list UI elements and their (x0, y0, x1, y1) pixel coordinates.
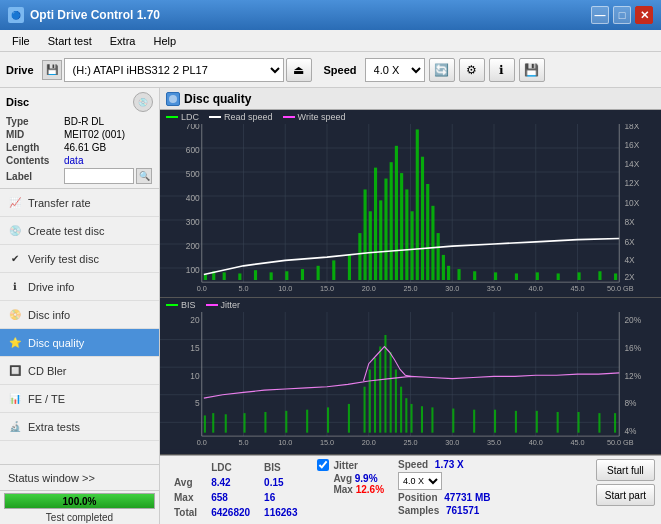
svg-rect-133 (369, 370, 371, 433)
svg-text:200: 200 (186, 241, 200, 251)
jitter-section: Jitter Avg 9.9% Max 12.6% (317, 459, 384, 495)
col-ldc: LDC (205, 461, 256, 474)
start-full-button[interactable]: Start full (596, 459, 655, 481)
menu-extra[interactable]: Extra (102, 33, 144, 49)
nav-extra-tests[interactable]: 🔬 Extra tests (0, 413, 159, 441)
label-icon-button[interactable]: 🔍 (136, 168, 152, 184)
nav-drive-info-label: Drive info (28, 281, 74, 293)
svg-rect-131 (348, 404, 350, 433)
nav-disc-info[interactable]: 📀 Disc info (0, 301, 159, 329)
svg-rect-65 (400, 173, 403, 280)
top-chart-svg: 700 600 500 400 300 200 100 18X 16X 14X … (160, 124, 661, 293)
svg-text:15.0: 15.0 (320, 438, 334, 447)
svg-rect-132 (364, 387, 366, 433)
progress-text: 100.0% (5, 494, 154, 508)
menu-file[interactable]: File (4, 33, 38, 49)
svg-text:25.0: 25.0 (403, 438, 417, 447)
svg-text:20: 20 (190, 315, 199, 325)
app-title: Opti Drive Control 1.70 (30, 8, 160, 22)
svg-text:400: 400 (186, 193, 200, 203)
progress-bar-container: 100.0% (4, 493, 155, 509)
nav-create-test-disc[interactable]: 💿 Create test disc (0, 217, 159, 245)
svg-text:100: 100 (186, 265, 200, 275)
svg-rect-140 (405, 398, 407, 432)
legend-bis-label: BIS (181, 300, 196, 310)
disc-icon-button[interactable]: 💿 (133, 92, 153, 112)
svg-rect-71 (431, 206, 434, 280)
svg-rect-80 (557, 273, 560, 280)
transfer-rate-icon: 📈 (8, 196, 22, 210)
samples-value: 761571 (446, 505, 479, 516)
svg-text:0.0: 0.0 (197, 438, 207, 447)
speed-label: Speed (324, 64, 357, 76)
maximize-button[interactable]: □ (613, 6, 631, 24)
svg-text:25.0: 25.0 (403, 284, 417, 293)
menu-help[interactable]: Help (145, 33, 184, 49)
svg-rect-64 (395, 146, 398, 280)
svg-text:2X: 2X (624, 272, 635, 282)
speed-selector[interactable]: 4.0 X (365, 58, 425, 82)
svg-text:50.0 GB: 50.0 GB (607, 438, 634, 447)
svg-rect-46 (204, 275, 207, 280)
title-bar: 🔵 Opti Drive Control 1.70 — □ ✕ (0, 0, 661, 30)
start-part-button[interactable]: Start part (596, 484, 655, 506)
svg-rect-148 (536, 411, 538, 433)
jitter-checkbox[interactable] (317, 459, 329, 471)
nav-disc-quality[interactable]: ⭐ Disc quality (0, 329, 159, 357)
svg-rect-128 (285, 411, 287, 433)
speed-position-section: Speed 1.73 X 4.0 X Position 47731 MB Sam… (398, 459, 490, 516)
close-button[interactable]: ✕ (635, 6, 653, 24)
settings-button[interactable]: ⚙ (459, 58, 485, 82)
save-button[interactable]: 💾 (519, 58, 545, 82)
total-label: Total (168, 506, 203, 519)
nav-verify-test-disc[interactable]: ✔ Verify test disc (0, 245, 159, 273)
avg-bis: 0.15 (258, 476, 303, 489)
position-value: 47731 MB (444, 492, 490, 503)
chart-header-icon (166, 92, 180, 106)
svg-rect-152 (614, 413, 616, 433)
disc-info-icon: 📀 (8, 308, 22, 322)
legend-write-speed: Write speed (283, 112, 346, 122)
drive-label: Drive (6, 64, 34, 76)
bottom-chart: BIS Jitter (160, 298, 661, 455)
svg-rect-61 (379, 200, 382, 280)
speed-selector-stats[interactable]: 4.0 X (398, 472, 442, 490)
svg-rect-139 (400, 387, 402, 433)
nav-fe-te[interactable]: 📊 FE / TE (0, 385, 159, 413)
contents-value[interactable]: data (64, 155, 83, 166)
svg-text:5.0: 5.0 (238, 284, 248, 293)
legend-jitter-label: Jitter (221, 300, 241, 310)
menu-start-test[interactable]: Start test (40, 33, 100, 49)
svg-text:8%: 8% (624, 398, 636, 408)
eject-button[interactable]: ⏏ (286, 58, 312, 82)
nav-transfer-rate[interactable]: 📈 Transfer rate (0, 189, 159, 217)
svg-rect-78 (515, 273, 518, 280)
svg-text:500: 500 (186, 169, 200, 179)
ldc-bis-table: LDC BIS Avg 8.42 0.15 Max 658 16 Total (166, 459, 305, 521)
minimize-button[interactable]: — (591, 6, 609, 24)
svg-text:35.0: 35.0 (487, 284, 501, 293)
svg-rect-149 (557, 412, 559, 433)
svg-rect-58 (364, 189, 367, 280)
chart-header: Disc quality (160, 88, 661, 110)
info-button[interactable]: ℹ (489, 58, 515, 82)
chart-title: Disc quality (184, 92, 251, 106)
svg-text:16%: 16% (624, 343, 641, 353)
type-value: BD-R DL (64, 116, 104, 127)
menu-bar: File Start test Extra Help (0, 30, 661, 52)
svg-rect-125 (225, 414, 227, 432)
nav-cd-bler[interactable]: 🔲 CD Bler (0, 357, 159, 385)
refresh-button[interactable]: 🔄 (429, 58, 455, 82)
nav-extra-tests-label: Extra tests (28, 421, 80, 433)
svg-rect-51 (270, 272, 273, 280)
svg-rect-67 (411, 211, 414, 280)
nav-drive-info[interactable]: ℹ Drive info (0, 273, 159, 301)
legend-read-speed: Read speed (209, 112, 273, 122)
status-window-button[interactable]: Status window >> (0, 465, 159, 491)
position-label: Position (398, 492, 437, 503)
svg-rect-56 (348, 255, 351, 280)
label-input[interactable] (64, 168, 134, 184)
drive-selector[interactable]: (H:) ATAPI iHBS312 2 PL17 (64, 58, 284, 82)
svg-rect-72 (437, 233, 440, 280)
svg-rect-123 (204, 416, 206, 433)
